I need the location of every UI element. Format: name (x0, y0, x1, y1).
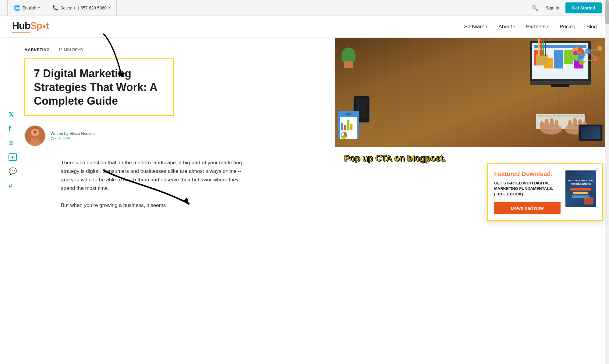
pencil-holder (536, 44, 548, 65)
twitter-share-icon[interactable]: 𝕏 (9, 111, 17, 118)
nav-bar: HubSp●t Software ▾ About ▾ Partners ▾ Pr… (0, 16, 609, 38)
phone-chevron-icon: ▾ (108, 6, 110, 10)
avatar-image (25, 125, 45, 146)
content-right: Pop up CTA on blogpost. ✕ Featured Downl… (335, 38, 609, 227)
ebook-stripe-1 (570, 188, 591, 191)
nav-partners[interactable]: Partners ▾ (526, 24, 549, 30)
plant-pot (344, 61, 353, 68)
article-title-box: 7 Digital Marketing Strategies That Work… (24, 58, 174, 116)
language-selector[interactable]: 🌐 English ▾ (7, 0, 46, 16)
cta-body: Featured Download: GET STARTED WITH DIGI… (488, 164, 602, 221)
about-chevron-icon: ▾ (513, 25, 515, 29)
svg-point-17 (540, 121, 544, 130)
nav-software[interactable]: Software ▾ (464, 24, 487, 30)
logo-underline (12, 32, 30, 33)
svg-point-1 (31, 128, 39, 136)
monitor-stand (551, 84, 569, 87)
svg-point-3 (34, 131, 35, 133)
ebook-title: DIGITAL MARKETING FOR BEGINNERS (568, 179, 593, 186)
main-content: 𝕏 f ✉ in 💬 # MARKETING | 12 MIN READ 7 D… (0, 38, 609, 227)
article-text: There's no question that, in the modern … (61, 159, 250, 210)
cta-text-section: Featured Download: GET STARTED WITH DIGI… (494, 170, 561, 215)
separator: | (53, 47, 55, 52)
logo[interactable]: HubSp●t (12, 21, 49, 33)
ebook-stripe-2 (573, 192, 588, 194)
cta-description: GET STARTED WITH DIGITAL MARKETING FUNDA… (494, 180, 561, 197)
svg-point-25 (568, 120, 572, 128)
svg-point-19 (550, 118, 554, 128)
tablet-graphic (579, 124, 603, 141)
nav-links: Software ▾ About ▾ Partners ▾ Pricing Bl… (464, 24, 597, 30)
top-bar-left: 🌐 English ▾ 📞 Sales: + 1 857 829 5060 ▾ (7, 0, 117, 16)
top-bar: 🌐 English ▾ 📞 Sales: + 1 857 829 5060 ▾ … (0, 0, 609, 16)
svg-point-24 (573, 118, 577, 128)
clipboard-graphic (338, 111, 359, 138)
network-graphic (569, 42, 606, 73)
article-paragraph-2: But when you're growing a business, it s… (61, 201, 250, 210)
get-started-button[interactable]: Get Started (565, 2, 602, 13)
scrollbar-track[interactable] (605, 0, 609, 227)
svg-line-12 (582, 51, 588, 62)
logo-spot: Sp●t (30, 20, 49, 31)
nav-pricing[interactable]: Pricing (560, 24, 575, 30)
cta-download-button[interactable]: Download Now (494, 202, 561, 214)
plant (341, 47, 356, 68)
logo-text: HubSp●t (12, 21, 49, 30)
social-sidebar: 𝕏 f ✉ in 💬 # (9, 111, 17, 190)
category-label: MARKETING | 12 MIN READ (24, 47, 323, 52)
article-title: 7 Digital Marketing Strategies That Work… (34, 67, 164, 108)
content-left: 𝕏 f ✉ in 💬 # MARKETING | 12 MIN READ 7 D… (0, 38, 335, 227)
read-time: 12 MIN READ (58, 47, 83, 52)
globe-icon: 🌐 (14, 5, 20, 11)
sales-label: Sales: + 1 857 829 5060 (60, 5, 107, 10)
svg-point-4 (35, 131, 37, 133)
svg-point-20 (555, 120, 558, 128)
article-body: There's no question that, in the modern … (37, 159, 323, 210)
author-section: Written by Elissa Hudson @xELISSA (24, 125, 323, 146)
author-avatar (24, 125, 46, 146)
search-button[interactable]: 🔍 (529, 3, 540, 13)
svg-line-11 (588, 51, 597, 59)
hero-image (335, 38, 609, 147)
phone-icon: 📞 (52, 5, 58, 11)
nav-about[interactable]: About ▾ (498, 24, 515, 30)
linkedin-share-icon[interactable]: in (9, 153, 17, 161)
article-paragraph-1: There's no question that, in the modern … (61, 159, 250, 193)
signin-button[interactable]: Sign In (546, 5, 559, 10)
desk-scene (335, 38, 609, 147)
plant-leaves (342, 47, 356, 63)
top-bar-right: 🔍 Sign In Get Started (529, 2, 602, 13)
partners-chevron-icon: ▾ (547, 25, 549, 29)
hashtag-share-icon[interactable]: # (9, 182, 17, 190)
cta-popup: ✕ Featured Download: GET STARTED WITH DI… (487, 163, 603, 222)
popup-annotation-text: Pop up CTA on blogpost. (344, 153, 600, 163)
facebook-share-icon[interactable]: f (9, 125, 17, 133)
cta-ebook-image: DIGITAL MARKETING FOR BEGINNERS (565, 170, 596, 207)
ebook-accent (584, 197, 593, 205)
scrollbar-thumb[interactable] (605, 0, 609, 24)
phone-selector[interactable]: 📞 Sales: + 1 857 829 5060 ▾ (46, 0, 117, 16)
nav-blog[interactable]: Blog (586, 24, 597, 30)
software-chevron-icon: ▾ (486, 25, 487, 29)
cta-featured-label: Featured Download: (494, 170, 561, 177)
author-handle[interactable]: @xELISSA (51, 136, 95, 140)
messenger-share-icon[interactable]: 💬 (9, 167, 17, 175)
author-info: Written by Elissa Hudson @xELISSA (51, 131, 95, 140)
category-text: MARKETING (24, 47, 50, 52)
svg-point-18 (544, 119, 549, 128)
email-share-icon[interactable]: ✉ (9, 139, 17, 147)
language-chevron-icon: ▾ (38, 6, 40, 10)
written-by: Written by Elissa Hudson (51, 131, 95, 136)
language-label: English (22, 5, 36, 10)
